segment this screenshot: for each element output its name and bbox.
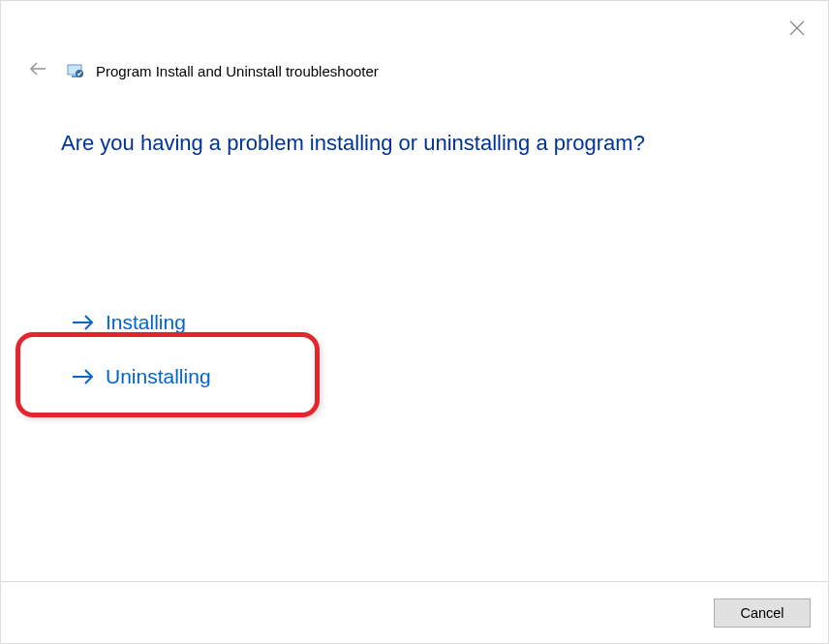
window-title: Program Install and Uninstall troublesho…: [96, 63, 379, 79]
back-arrow-icon: [28, 61, 47, 77]
close-icon: [789, 20, 805, 36]
option-label: Uninstalling: [106, 365, 211, 388]
cancel-button[interactable]: Cancel: [714, 598, 811, 628]
content-area: Are you having a problem installing or u…: [1, 84, 828, 388]
arrow-right-icon: [71, 313, 96, 332]
option-label: Installing: [106, 311, 186, 334]
close-button[interactable]: [785, 16, 809, 40]
header: Program Install and Uninstall troublesho…: [1, 1, 828, 84]
options-list: Installing Uninstalling: [61, 311, 770, 388]
option-uninstalling[interactable]: Uninstalling: [71, 365, 211, 388]
footer: Cancel: [1, 581, 828, 643]
option-installing[interactable]: Installing: [71, 311, 186, 334]
troubleshooter-icon: [67, 62, 84, 79]
arrow-right-icon: [71, 367, 96, 386]
question-heading: Are you having a problem installing or u…: [61, 131, 770, 156]
back-button[interactable]: [24, 57, 51, 84]
